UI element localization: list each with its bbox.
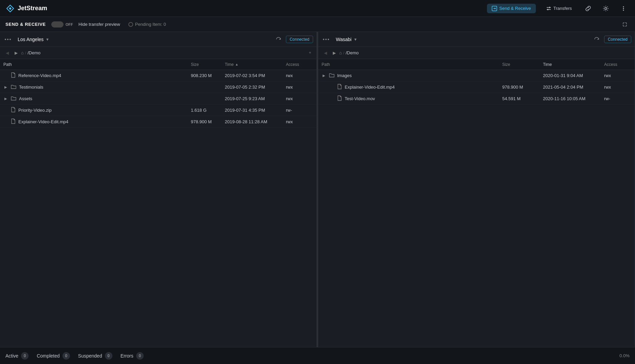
- expand-row-btn[interactable]: ▶: [322, 73, 326, 78]
- table-row[interactable]: ▶ Assets 2019-07-25 9:23 AM rwx: [0, 93, 316, 105]
- main-content: Los Angeles ▼ Connected ◀ ▶ ⌂ / /Demo: [0, 32, 635, 347]
- right-col-path[interactable]: Path: [322, 62, 502, 67]
- right-col-size[interactable]: Size: [502, 62, 543, 67]
- table-row[interactable]: Test-Video.mov 54.591 M 2020-11-16 10:05…: [318, 93, 635, 105]
- right-forward-btn[interactable]: ▶: [330, 49, 338, 57]
- right-panel: Wasabi ▼ Connected ◀ ▶ ⌂ / /Demo Path: [318, 32, 635, 347]
- table-row[interactable]: ▶ Images 2020-01-31 9:04 AM rwx: [318, 70, 635, 81]
- table-row[interactable]: Explainer-Video-Edit.mp4 978.900 M 2019-…: [0, 116, 316, 128]
- toolbar: SEND & RECEIVE OFF Hide transfer preview…: [0, 17, 635, 32]
- file-access: rwx: [286, 96, 313, 101]
- file-time: 2020-01-31 9:04 AM: [543, 73, 604, 78]
- expand-row-btn[interactable]: ▶: [3, 96, 8, 101]
- pending-dot-icon: [128, 22, 133, 27]
- left-col-size[interactable]: Size: [191, 62, 225, 67]
- suspended-label: Suspended: [78, 353, 102, 359]
- completed-badge: 0: [62, 352, 70, 360]
- file-time: 2019-07-02 3:54 PM: [225, 73, 286, 78]
- send-receive-nav-btn[interactable]: Send & Receive: [487, 4, 536, 13]
- right-col-access[interactable]: Access: [604, 62, 631, 67]
- right-refresh-btn[interactable]: [592, 35, 601, 44]
- left-table-header: Path Size Time ▲ Access: [0, 59, 316, 70]
- left-chevron-icon: ▼: [46, 37, 49, 41]
- right-file-table: Path Size Time Access ▶ Images: [318, 59, 635, 347]
- left-back-btn[interactable]: ◀: [3, 49, 11, 57]
- right-location-selector[interactable]: Wasabi ▼: [333, 35, 589, 43]
- left-panel-menu-btn[interactable]: [3, 37, 12, 41]
- toggle-off-label: OFF: [66, 22, 73, 26]
- right-breadcrumb-bar: ◀ ▶ ⌂ / /Demo: [318, 47, 635, 59]
- left-col-path[interactable]: Path: [3, 62, 191, 67]
- right-breadcrumb-path: /Demo: [346, 50, 359, 55]
- app-logo: JetStream: [5, 4, 47, 13]
- suspended-badge: 0: [105, 352, 112, 360]
- left-refresh-icon: [276, 37, 281, 42]
- right-chevron-icon: ▼: [353, 37, 357, 41]
- left-file-rows: Reference-Video.mp4 908.230 M 2019-07-02…: [0, 70, 316, 128]
- errors-status[interactable]: Errors 0: [121, 352, 144, 360]
- right-back-btn[interactable]: ◀: [322, 49, 329, 57]
- right-refresh-icon: [594, 37, 599, 42]
- file-name: Testimonials: [19, 85, 43, 90]
- file-time: 2020-11-16 10:05 AM: [543, 96, 604, 101]
- transfers-nav-btn[interactable]: Transfers: [541, 4, 577, 13]
- file-time: 2019-07-25 9:23 AM: [225, 96, 286, 101]
- file-time: 2019-08-28 11:28 AM: [225, 119, 286, 124]
- link-icon-btn[interactable]: [582, 2, 594, 15]
- left-panel: Los Angeles ▼ Connected ◀ ▶ ⌂ / /Demo: [0, 32, 317, 347]
- active-status[interactable]: Active 0: [5, 352, 29, 360]
- left-forward-btn[interactable]: ▶: [12, 49, 20, 57]
- transfer-speed: 0.0%: [619, 353, 630, 358]
- expand-btn[interactable]: [620, 20, 630, 29]
- left-col-access[interactable]: Access: [286, 62, 313, 67]
- svg-point-4: [623, 6, 624, 7]
- left-home-icon: ⌂: [21, 50, 24, 55]
- right-panel-menu-btn[interactable]: [322, 37, 330, 41]
- left-location-selector[interactable]: Los Angeles ▼: [15, 35, 271, 43]
- logo-icon: [5, 4, 15, 13]
- completed-status[interactable]: Completed 0: [37, 352, 70, 360]
- left-connected-badge: Connected: [286, 36, 313, 43]
- svg-point-5: [623, 8, 624, 9]
- transfers-label: Transfers: [554, 6, 572, 11]
- left-breadcrumb-bar: ◀ ▶ ⌂ / /Demo: [0, 47, 316, 59]
- table-row[interactable]: Reference-Video.mp4 908.230 M 2019-07-02…: [0, 70, 316, 81]
- table-row[interactable]: Explainer-Video-Edit.mp4 978.900 M 2021-…: [318, 81, 635, 93]
- suspended-status[interactable]: Suspended 0: [78, 352, 112, 360]
- hide-preview-label[interactable]: Hide transfer preview: [78, 22, 120, 27]
- left-resize-handle[interactable]: [308, 50, 313, 56]
- file-access: rw-: [604, 96, 631, 101]
- right-col-time[interactable]: Time: [543, 62, 604, 67]
- file-access: rwx: [286, 73, 313, 78]
- left-refresh-btn[interactable]: [274, 35, 283, 44]
- folder-icon: [11, 84, 16, 90]
- file-size: 1.618 G: [191, 108, 225, 113]
- svg-point-6: [623, 10, 624, 11]
- file-size: 978.900 M: [191, 119, 225, 124]
- active-badge: 0: [21, 352, 29, 360]
- file-size: 908.230 M: [191, 73, 225, 78]
- file-access: rwx: [604, 73, 631, 78]
- file-name: Explainer-Video-Edit.mp4: [345, 85, 395, 90]
- preview-toggle[interactable]: [51, 21, 64, 28]
- file-time: 2019-07-05 2:32 PM: [225, 85, 286, 90]
- right-file-rows: ▶ Images 2020-01-31 9:04 AM rwx Explaine…: [318, 70, 635, 105]
- file-access: rwx: [604, 85, 631, 90]
- file-name: Images: [337, 73, 352, 78]
- expand-row-btn[interactable]: ▶: [3, 85, 8, 90]
- link-icon: [585, 5, 591, 12]
- toggle-container: OFF: [51, 21, 73, 28]
- send-receive-label: Send & Receive: [499, 6, 531, 11]
- gear-icon: [603, 5, 609, 12]
- left-col-time[interactable]: Time ▲: [225, 62, 286, 67]
- file-time: 2019-07-31 4:35 PM: [225, 108, 286, 113]
- left-panel-header: Los Angeles ▼ Connected: [0, 32, 316, 47]
- table-row[interactable]: Priority-Video.zip 1.618 G 2019-07-31 4:…: [0, 105, 316, 116]
- file-name: Assets: [19, 96, 32, 101]
- file-icon: [11, 119, 16, 125]
- settings-icon-btn[interactable]: [600, 2, 612, 15]
- right-home-icon: ⌂: [339, 50, 342, 55]
- file-access: rwx: [286, 119, 313, 124]
- more-menu-btn[interactable]: [617, 2, 630, 15]
- table-row[interactable]: ▶ Testimonials 2019-07-05 2:32 PM rwx: [0, 81, 316, 93]
